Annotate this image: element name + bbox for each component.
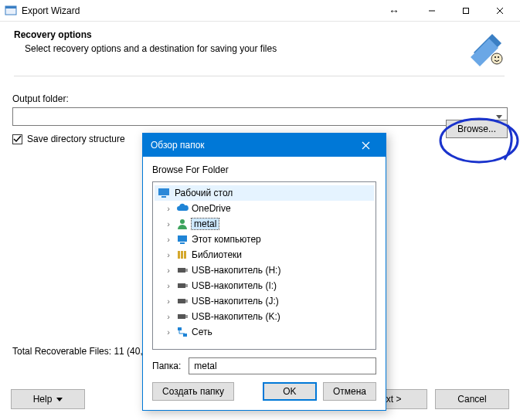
folder-field-label: Папка: — [152, 361, 181, 371]
svg-rect-32 — [183, 334, 187, 337]
usb-icon — [176, 279, 189, 292]
chevron-right-icon[interactable]: › — [164, 204, 173, 213]
svg-point-17 — [180, 219, 185, 224]
pc-icon — [176, 233, 189, 246]
output-folder-combo[interactable] — [12, 107, 508, 126]
chevron-right-icon[interactable]: › — [164, 266, 173, 275]
help-button-label: Help — [33, 394, 53, 405]
dialog-cancel-button[interactable]: Отмена — [323, 382, 376, 401]
tree-item[interactable]: ›Этот компьютер — [155, 232, 374, 247]
svg-rect-22 — [184, 251, 186, 259]
browse-button[interactable]: Browse... — [446, 120, 508, 138]
usb-icon — [176, 264, 189, 276]
tree-item[interactable]: ›metal — [155, 216, 374, 232]
svg-rect-3 — [464, 8, 469, 13]
minimize-button[interactable] — [415, 0, 449, 22]
chevron-right-icon[interactable]: › — [164, 250, 173, 259]
svg-rect-23 — [178, 268, 185, 273]
svg-rect-15 — [158, 188, 169, 195]
svg-rect-26 — [185, 284, 188, 287]
create-folder-button[interactable]: Создать папку — [152, 382, 234, 401]
user-icon — [176, 218, 189, 230]
svg-rect-1 — [5, 6, 16, 8]
usb-icon — [176, 310, 189, 323]
window-extra-icon: ↔ — [375, 5, 415, 17]
usb-icon — [176, 295, 189, 307]
svg-rect-31 — [178, 327, 182, 330]
maximize-button[interactable] — [449, 0, 483, 22]
folder-field-input[interactable] — [189, 357, 376, 374]
tree-item-label: OneDrive — [192, 203, 231, 214]
svg-rect-25 — [178, 283, 185, 288]
cloud-icon — [176, 202, 189, 215]
output-folder-label: Output folder: — [12, 93, 508, 104]
tree-item[interactable]: ›Сеть — [155, 324, 374, 340]
window-title: Export Wizard — [22, 5, 80, 16]
app-icon — [5, 5, 17, 17]
chevron-right-icon[interactable]: › — [164, 296, 173, 306]
svg-rect-24 — [185, 269, 188, 272]
dialog-subtitle: Browse For Folder — [143, 157, 386, 181]
tree-item-label: Этот компьютер — [192, 234, 261, 245]
cancel-button[interactable]: Cancel — [435, 389, 509, 409]
cancel-button-label: Cancel — [457, 394, 486, 405]
svg-point-8 — [491, 53, 502, 64]
tree-root-label: Рабочий стол — [175, 188, 233, 198]
tree-item-label: USB-накопитель (H:) — [192, 265, 280, 276]
heading-area: Recovery options Select recovery options… — [0, 22, 520, 83]
tree-item-label: USB-накопитель (J:) — [192, 296, 279, 307]
chevron-right-icon[interactable]: › — [164, 281, 173, 290]
chevron-right-icon[interactable]: › — [164, 235, 173, 244]
tree-item[interactable]: ›Библиотеки — [155, 247, 374, 262]
svg-marker-12 — [56, 398, 63, 401]
tree-item-label: Библиотеки — [192, 249, 242, 260]
svg-rect-18 — [178, 235, 187, 242]
folder-tree[interactable]: Рабочий стол ›OneDrive›metal›Этот компью… — [152, 181, 376, 350]
chevron-right-icon[interactable]: › — [164, 312, 173, 321]
svg-rect-27 — [178, 299, 185, 303]
help-button[interactable]: Help — [11, 389, 85, 409]
browse-folder-dialog: Обзор папок Browse For Folder Рабочий ст… — [142, 133, 386, 411]
tree-item-label: Сеть — [192, 327, 212, 337]
svg-rect-21 — [181, 251, 183, 259]
tree-item-label: USB-накопитель (I:) — [192, 280, 277, 291]
page-subtitle: Select recovery options and a destinatio… — [25, 43, 460, 54]
dialog-title: Обзор папок — [151, 140, 350, 151]
svg-point-10 — [498, 56, 499, 58]
tree-item[interactable]: ›USB-накопитель (I:) — [155, 278, 374, 293]
desktop-icon — [158, 187, 170, 199]
tree-item[interactable]: ›OneDrive — [155, 201, 374, 216]
svg-rect-19 — [180, 242, 185, 244]
tree-item[interactable]: ›USB-накопитель (H:) — [155, 262, 374, 278]
svg-rect-30 — [185, 315, 188, 318]
tree-item-label: metal — [194, 218, 216, 229]
titlebar: Export Wizard ↔ — [0, 0, 520, 22]
svg-rect-29 — [178, 314, 185, 319]
svg-rect-16 — [161, 196, 166, 198]
chevron-right-icon[interactable]: › — [164, 219, 173, 229]
page-title: Recovery options — [14, 29, 460, 40]
heading-icon — [467, 29, 505, 66]
svg-rect-28 — [185, 300, 188, 303]
tree-item[interactable]: ›USB-накопитель (K:) — [155, 309, 374, 324]
close-button[interactable] — [483, 0, 517, 22]
dialog-close-button[interactable] — [350, 134, 381, 157]
svg-rect-20 — [178, 251, 180, 259]
tree-item[interactable]: ›USB-накопитель (J:) — [155, 293, 374, 309]
chevron-right-icon[interactable]: › — [164, 327, 173, 337]
svg-point-9 — [495, 56, 496, 58]
net-icon — [176, 326, 189, 338]
save-dir-structure-checkbox[interactable] — [12, 134, 22, 144]
chevron-down-icon — [56, 398, 63, 401]
save-dir-structure-label: Save directory structure — [27, 134, 125, 144]
tree-root[interactable]: Рабочий стол — [155, 185, 374, 201]
tree-item-label: USB-накопитель (K:) — [192, 311, 280, 322]
ok-button[interactable]: OK — [263, 382, 317, 401]
lib-icon — [176, 249, 189, 261]
